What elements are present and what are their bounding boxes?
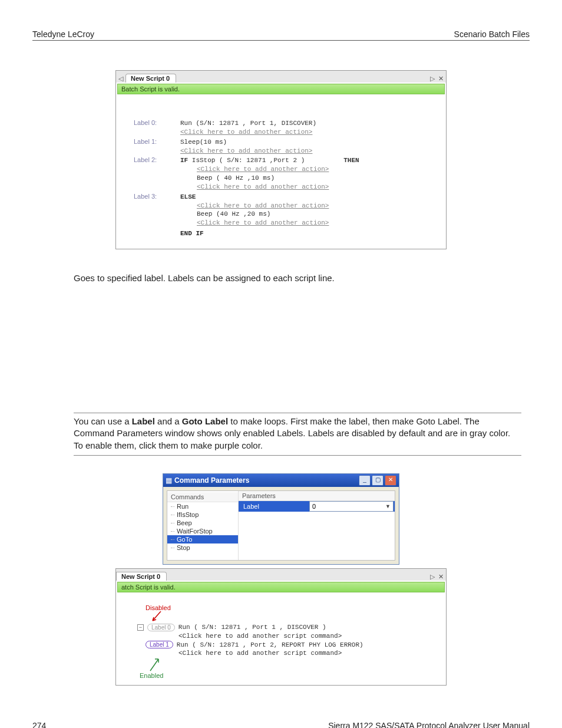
code-cell[interactable]: Run (S/N: 12871 , Port 1, DISCOVER) <Cli… — [180, 119, 316, 137]
commands-header: Commands — [167, 492, 238, 502]
param-value: 0 — [312, 503, 316, 510]
param-name: Label — [239, 503, 308, 510]
tab-strip: ◁ New Script 0 ▷ ✕ — [116, 71, 446, 83]
add-command-placeholder[interactable]: <Click here to add another script comman… — [178, 649, 342, 658]
header-right: Scenario Batch Files — [454, 29, 530, 39]
arrow-enabled-icon — [143, 658, 173, 672]
maximize-button[interactable]: ▢ — [372, 475, 384, 486]
commands-tree: Commands Run IfIsStop Beep WaitForStop G… — [167, 491, 239, 560]
script-body: Disabled − Label 0 Run ( S/N: 12871 , Po… — [116, 594, 446, 685]
code-line-vis: IsStop ( S/N: 12871 ,Port 2 ) — [192, 157, 305, 164]
tree-item-ifisstop[interactable]: IfIsStop — [167, 510, 238, 519]
tree-item-beep[interactable]: Beep — [167, 519, 238, 527]
script-row-1: Label 1: Sleep(10 ms) <Click here to add… — [134, 138, 440, 156]
script-row-3: Label 3: ELSE <Click here to add another… — [134, 193, 440, 228]
close-icon[interactable]: ✕ — [438, 573, 444, 581]
close-button[interactable]: ✕ — [385, 475, 396, 486]
minimize-button[interactable]: _ — [359, 475, 371, 486]
window-title: Command Parameters — [172, 476, 358, 485]
then-keyword: THEN — [343, 157, 359, 164]
play-icon[interactable]: ▷ — [430, 573, 435, 581]
script-body: Label 0: Run (S/N: 12871 , Port 1, DISCO… — [116, 95, 446, 249]
manual-title: Sierra M122 SAS/SATA Protocol Analyzer U… — [328, 721, 530, 728]
pin-icon[interactable]: ◁ — [116, 75, 125, 83]
disabled-annotation: Disabled — [146, 604, 440, 611]
end-if: END IF — [180, 230, 440, 237]
command-parameters-window: ▦ Command Parameters _ ▢ ✕ Commands Run … — [163, 473, 399, 565]
tree-item-waitforstop[interactable]: WaitForStop — [167, 527, 238, 535]
code-line: Beep (40 Hz ,20 ms) — [180, 210, 329, 219]
placeholder-row[interactable]: <Click here to add another script comman… — [178, 649, 440, 658]
tab-strip: New Script 0 ▷ ✕ — [116, 569, 446, 581]
code-line: Beep ( 40 Hz ,10 ms) — [180, 174, 359, 183]
add-action-placeholder[interactable]: <Click here to add another action> — [180, 129, 312, 136]
app-icon: ▦ — [166, 476, 172, 485]
add-action-placeholder[interactable]: <Click here to add another action> — [180, 183, 359, 192]
row-label[interactable]: Label 1: — [134, 138, 166, 145]
chevron-down-icon: ▼ — [385, 503, 391, 509]
else-keyword: ELSE — [180, 193, 196, 200]
tree-item-run[interactable]: Run — [167, 502, 238, 510]
code-line: Run (S/N: 12871 , Port 1, DISCOVER) — [180, 120, 316, 127]
tab-new-script[interactable]: New Script 0 — [116, 572, 167, 581]
status-bar: Batch Script is valid. — [117, 84, 445, 94]
code-line: Sleep(10 ms) — [180, 139, 227, 146]
add-command-placeholder[interactable]: <Click here to add another script comman… — [178, 632, 342, 641]
code-line[interactable]: Run ( S/N: 12871 , Port 1 , DISCOVER ) — [178, 623, 326, 632]
parameters-header: Parameters — [239, 491, 395, 501]
status-bar: atch Script is valid. — [117, 582, 445, 592]
add-action-placeholder[interactable]: <Click here to add another action> — [180, 219, 329, 228]
caption-goto: Goes to specified label. Labels can be a… — [74, 273, 530, 283]
script-window-2: New Script 0 ▷ ✕ atch Script is valid. D… — [115, 568, 447, 686]
row-label[interactable]: Label 3: — [134, 193, 166, 200]
play-icon[interactable]: ▷ — [430, 75, 435, 83]
script-row-label0: − Label 0 Run ( S/N: 12871 , Port 1 , DI… — [137, 623, 440, 632]
page-number: 274 — [32, 721, 46, 728]
add-action-placeholder[interactable]: <Click here to add another action> — [180, 165, 359, 174]
param-row-label: Label 0 ▼ — [239, 501, 395, 512]
titlebar: ▦ Command Parameters _ ▢ ✕ — [163, 474, 399, 487]
code-line[interactable]: Run ( S/N: 12871 , Port 2, REPORT PHY LO… — [177, 641, 363, 650]
code-cell[interactable]: IF IF IsStop ( S/N: 12871 ,Port 2 ) IsSt… — [180, 156, 359, 191]
page-header: Teledyne LeCroy Scenario Batch Files — [32, 29, 530, 41]
script-row-label1: Label 1 Run ( S/N: 12871 , Port 2, REPOR… — [146, 641, 440, 650]
label1-box[interactable]: Label 1 — [146, 641, 173, 648]
code-cell[interactable]: ELSE <Click here to add another action> … — [180, 193, 329, 228]
if-keyword: IF — [180, 157, 188, 164]
script-row-0: Label 0: Run (S/N: 12871 , Port 1, DISCO… — [134, 119, 440, 137]
placeholder-row[interactable]: <Click here to add another script comman… — [178, 632, 440, 641]
text: You can use a — [74, 416, 132, 426]
body-paragraph: You can use a Label and a Goto Label to … — [74, 413, 521, 456]
close-icon[interactable]: ✕ — [438, 75, 444, 83]
label0-box[interactable]: Label 0 — [147, 624, 175, 631]
enabled-annotation: Enabled — [140, 672, 440, 679]
header-left: Teledyne LeCroy — [32, 29, 94, 39]
bold-goto-label: Goto Label — [182, 416, 228, 426]
param-value-dropdown[interactable]: 0 ▼ — [309, 501, 394, 512]
collapse-icon[interactable]: − — [137, 624, 144, 631]
text: and a — [155, 416, 182, 426]
bold-label: Label — [132, 416, 155, 426]
row-label[interactable]: Label 2: — [134, 156, 166, 163]
code-cell[interactable]: Sleep(10 ms) <Click here to add another … — [180, 138, 312, 156]
tree-item-stop[interactable]: Stop — [167, 543, 238, 552]
page-footer: 274 Sierra M122 SAS/SATA Protocol Analyz… — [32, 721, 530, 728]
script-window-1: ◁ New Script 0 ▷ ✕ Batch Script is valid… — [115, 70, 447, 249]
add-action-placeholder[interactable]: <Click here to add another action> — [180, 147, 312, 154]
script-row-2: Label 2: IF IF IsStop ( S/N: 12871 ,Port… — [134, 156, 440, 191]
add-action-placeholder[interactable]: <Click here to add another action> — [180, 202, 329, 210]
tab-new-script[interactable]: New Script 0 — [125, 74, 176, 83]
arrow-disabled-icon — [149, 611, 190, 623]
row-label[interactable]: Label 0: — [134, 119, 166, 126]
tree-item-goto[interactable]: GoTo — [167, 535, 238, 543]
